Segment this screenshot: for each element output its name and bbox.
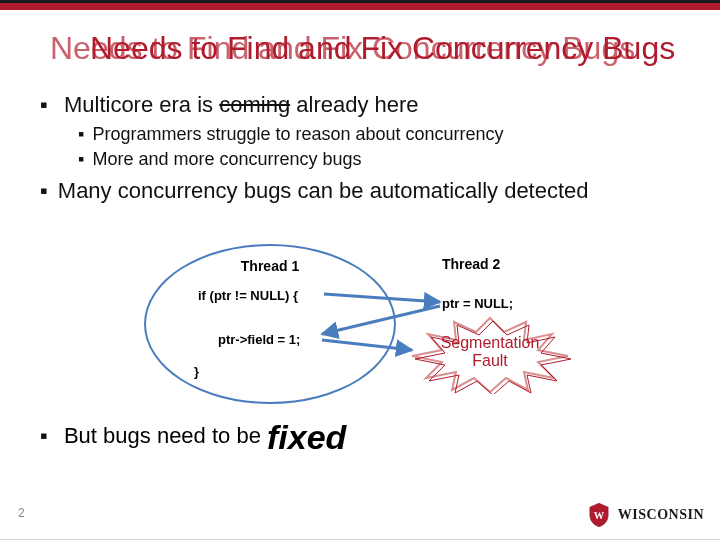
footer-university: WISCONSIN [618, 507, 704, 523]
thread2-label: Thread 2 [442, 256, 500, 272]
bullet-list: Multicore era is coming already here Pro… [40, 92, 690, 210]
fault-label: Segmentation Fault [408, 334, 572, 369]
svg-text:W: W [594, 510, 605, 521]
bullet-1-sub-2: More and more concurrency bugs [78, 149, 690, 170]
bullet-2: Many concurrency bugs can be automatical… [40, 178, 690, 204]
code-ptr-null: ptr = NULL; [442, 296, 513, 311]
bullet-1: Multicore era is coming already here [40, 92, 690, 118]
page-number: 2 [18, 506, 25, 520]
bullet-1-post: already here [290, 92, 418, 117]
top-bar-red [0, 3, 720, 10]
interleaving-diagram: Thread 1 if (ptr != NULL) { ptr->field =… [144, 244, 584, 404]
footer-logo: W WISCONSIN [586, 502, 704, 528]
slide-title-layer-b: Needs to Find and Fix Concurrency Bugs [90, 30, 675, 67]
thread1-label: Thread 1 [146, 258, 394, 274]
bullet-1-pre: Multicore era is [64, 92, 219, 117]
bullet-1-subs: Programmers struggle to reason about con… [78, 124, 690, 170]
thread1-oval: Thread 1 if (ptr != NULL) { ptr->field =… [144, 244, 396, 404]
slide: Needs to Find and Fix Concurrency Bugs N… [0, 0, 720, 540]
fault-burst: Segmentation Fault [408, 316, 572, 394]
top-bar [0, 0, 720, 10]
code-line-3: } [194, 364, 199, 379]
crest-icon: W [586, 502, 612, 528]
code-line-1: if (ptr != NULL) { [198, 288, 298, 303]
code-line-2: ptr->field = 1; [218, 332, 300, 347]
bullet-1-sub-1: Programmers struggle to reason about con… [78, 124, 690, 145]
bullet-3-fixed: fixed [267, 418, 346, 456]
fault-label-line2: Fault [472, 352, 508, 369]
bullet-1-strike: coming [219, 92, 290, 117]
bullet-3-pre: But bugs need to be [64, 423, 267, 448]
fault-label-line1: Segmentation [441, 334, 540, 351]
bullet-3: But bugs need to be fixed [40, 418, 690, 457]
